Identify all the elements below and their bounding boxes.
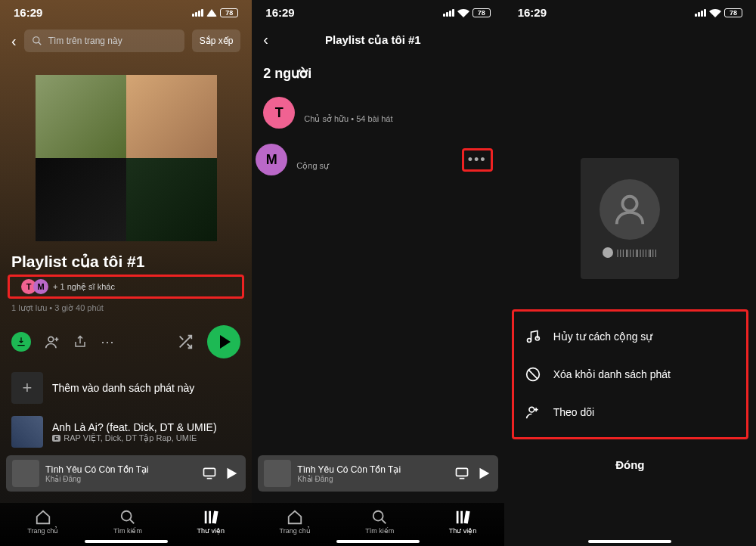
svg-line-11	[382, 520, 386, 524]
svg-line-20	[528, 370, 538, 379]
search-icon	[371, 509, 388, 526]
screen-title: Playlist của tôi #1	[268, 33, 478, 47]
search-input[interactable]: Tìm trên trang này	[24, 29, 184, 52]
playlist-meta: 1 lượt lưu • 3 giờ 40 phút	[0, 299, 252, 318]
svg-rect-14	[463, 510, 469, 523]
more-button[interactable]: ⋯	[101, 333, 114, 350]
nav-search[interactable]: Tìm kiếm	[365, 509, 394, 535]
follow-icon	[525, 405, 542, 420]
profile-card: |||‖||‖|||‖||	[581, 158, 679, 279]
music-note-icon	[525, 329, 542, 344]
nav-search[interactable]: Tìm kiếm	[113, 509, 142, 535]
playlist-screen: 16:29 78 ‹ Tìm trên trang này Sắp xếp Pl…	[0, 0, 252, 546]
collaborators-screen: 16:29 78 ‹ Playlist của tôi #1 2 người T…	[252, 0, 503, 546]
playlist-cover	[36, 75, 217, 241]
spotify-icon	[603, 247, 613, 258]
svg-rect-13	[460, 511, 463, 524]
svg-rect-3	[204, 468, 215, 476]
np-thumb	[264, 460, 291, 487]
battery-icon: 78	[724, 8, 742, 17]
close-button[interactable]: Đóng	[504, 439, 756, 494]
cast-icon[interactable]	[454, 466, 469, 481]
contributors-row[interactable]: T M + 1 nghệ sĩ khác	[8, 275, 244, 299]
search-icon	[119, 509, 136, 526]
spotify-code: |||‖||‖|||‖||	[603, 247, 658, 258]
shuffle-button[interactable]	[177, 333, 194, 350]
cast-icon[interactable]	[202, 466, 217, 481]
back-button[interactable]: ‹	[263, 31, 268, 48]
person-icon	[612, 192, 647, 227]
person-row-owner[interactable]: T Chủ sở hữu • 54 bài hát	[252, 89, 503, 136]
svg-line-1	[38, 42, 41, 45]
svg-rect-9	[456, 468, 467, 476]
home-indicator	[588, 540, 671, 543]
plus-icon: +	[11, 372, 43, 404]
contrib-extra-text: + 1 nghệ sĩ khác	[53, 282, 115, 292]
home-icon	[35, 509, 51, 526]
home-indicator	[336, 540, 420, 543]
signal-icon	[443, 9, 454, 17]
play-button[interactable]	[207, 325, 240, 358]
explicit-badge: E	[52, 435, 60, 442]
signal-icon	[695, 9, 706, 17]
np-play-icon[interactable]	[476, 465, 492, 482]
home-indicator	[85, 540, 168, 543]
library-icon	[203, 509, 219, 526]
avatar-m-icon: M	[33, 279, 48, 294]
svg-point-21	[529, 407, 534, 412]
home-icon	[287, 509, 303, 526]
svg-point-16	[603, 247, 613, 258]
battery-icon: 78	[220, 8, 238, 17]
add-user-icon	[45, 334, 60, 349]
svg-rect-8	[212, 510, 218, 523]
svg-point-15	[623, 197, 637, 211]
svg-line-5	[130, 520, 135, 524]
back-button[interactable]: ‹	[11, 33, 17, 50]
svg-rect-7	[209, 511, 211, 524]
action-remove-from-playlist[interactable]: Xóa khỏi danh sách phát	[514, 355, 746, 393]
person-more-button[interactable]: •••	[462, 148, 493, 172]
status-time: 16:29	[265, 6, 294, 19]
search-icon	[32, 36, 42, 46]
person-row-collaborator[interactable]: M Cộng sự •••	[252, 136, 503, 183]
nav-library[interactable]: Thư viện	[449, 509, 477, 535]
profile-avatar	[600, 179, 660, 240]
nav-library[interactable]: Thư viện	[197, 509, 225, 535]
action-sheet-screen: 16:29 78 |||‖||‖|||‖|| Hủy tư cách cộng …	[504, 0, 756, 546]
library-icon	[454, 509, 471, 526]
now-playing-bar[interactable]: Tình Yêu Có Còn Tồn Tại Khải Đăng	[6, 455, 246, 492]
nav-home[interactable]: Trang chủ	[27, 509, 58, 535]
status-time: 16:29	[518, 6, 547, 19]
add-user-button[interactable]	[45, 334, 60, 349]
avatar-m-icon: M	[256, 144, 287, 175]
action-revoke-collaborator[interactable]: Hủy tư cách cộng sự	[514, 318, 746, 355]
track-row[interactable]: Anh Là Ai? (feat. Dick, DT & UMIE) ERAP …	[11, 410, 240, 454]
search-placeholder: Tìm trên trang này	[48, 36, 122, 46]
svg-point-0	[33, 37, 39, 43]
np-thumb	[12, 460, 39, 487]
nav-home[interactable]: Trang chủ	[280, 509, 311, 535]
svg-rect-6	[205, 511, 207, 524]
status-bar: 16:29 78	[504, 0, 756, 22]
download-button[interactable]	[11, 332, 31, 352]
action-sheet: Hủy tư cách cộng sự Xóa khỏi danh sách p…	[512, 309, 748, 439]
avatar-t-icon: T	[263, 97, 295, 129]
status-time: 16:29	[14, 6, 42, 19]
people-count: 2 người	[252, 57, 503, 89]
np-play-icon[interactable]	[223, 465, 240, 482]
share-button[interactable]	[73, 335, 87, 349]
svg-point-2	[48, 337, 54, 342]
download-icon	[16, 337, 26, 347]
track-thumb	[11, 416, 43, 448]
action-follow[interactable]: Theo dõi	[514, 393, 746, 431]
now-playing-bar[interactable]: Tình Yêu Có Còn Tồn Tại Khải Đăng	[258, 455, 497, 492]
sort-button[interactable]: Sắp xếp	[192, 29, 241, 52]
status-bar: 16:29 78	[252, 0, 503, 22]
add-to-playlist-row[interactable]: + Thêm vào danh sách phát này	[11, 366, 240, 410]
share-icon	[73, 335, 87, 349]
playlist-title: Playlist của tôi #1	[0, 241, 252, 275]
signal-icon	[192, 9, 203, 17]
ban-icon	[525, 367, 542, 382]
play-icon	[220, 335, 231, 349]
battery-icon: 78	[472, 8, 491, 17]
